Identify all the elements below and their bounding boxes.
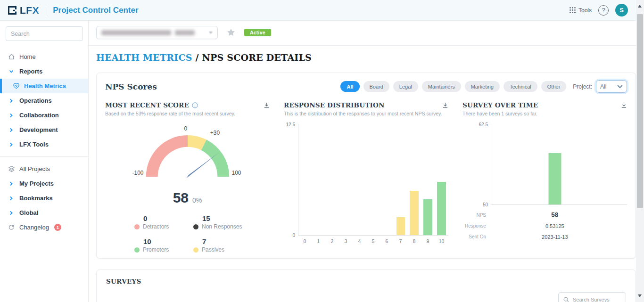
avatar[interactable]: S [615,4,628,16]
legend-item-promoters: 10Promoters [134,237,193,253]
download-icon [442,102,448,108]
help-button[interactable]: ? [598,5,609,16]
filter-pill-legal[interactable]: Legal [393,81,418,92]
sidebar-item-global[interactable]: Global [0,205,88,220]
info-icon[interactable] [192,102,198,108]
chevron-right-icon [8,113,15,118]
sidebar-item-my-projects[interactable]: My Projects [0,176,88,191]
lfx-logo[interactable]: LFX [8,5,39,16]
vertical-scrollbar[interactable] [636,0,644,302]
breadcrumb-separator: / [192,52,202,63]
survey-over-time-title: SURVEY OVER TIME [462,101,538,109]
bar-slot [353,124,367,235]
app-header: LFX Project Control Center Tools ? S [0,0,644,21]
home-icon [8,53,15,60]
table-row-sent-on: Sent On2023-11-13 [462,231,627,242]
sidebar-item-label: Health Metrics [24,82,66,90]
layers-icon [8,165,15,172]
nps-gauge: -100 0 +30 100 [129,124,247,188]
star-icon[interactable] [226,28,236,37]
x-tick: 4 [353,238,366,244]
filter-pill-technical[interactable]: Technical [504,81,537,92]
scrollbar-thumb[interactable] [637,14,643,208]
sidebar-nav: HomeReportsHealth MetricsOperationsColla… [0,49,88,235]
gauge-needle [186,152,219,178]
sidebar-item-bookmarks[interactable]: Bookmarks [0,191,88,205]
x-tick: 10 [435,238,448,244]
tools-label: Tools [578,7,592,14]
most-recent-score-panel: MOST RECENT SCORE Based on the 53% [105,101,270,253]
surveys-card: SURVEYS [96,269,636,302]
response-distribution-subtitle: This is the distribution of the response… [284,111,448,116]
app-title: Project Control Center [53,6,138,15]
status-badge: Active [244,29,271,36]
filter-pill-marketing[interactable]: Marketing [465,81,500,92]
nps-scores-card: NPS Scores AllBoardLegalMaintainersMarke… [96,73,636,259]
x-axis-labels: 012345678910 [298,238,448,244]
breadcrumb-health-metrics[interactable]: HEALTH METRICS [96,52,192,63]
bar-survey [549,153,561,204]
row-value: 0.53125 [545,222,564,230]
sidebar-item-development[interactable]: Development [0,122,88,137]
download-button[interactable] [442,102,448,108]
sidebar-divider [0,156,88,157]
x-tick: 1 [312,238,325,244]
y-tick-max: 12.5 [286,122,295,127]
sidebar-item-operations[interactable]: Operations [0,93,88,108]
filter-pill-other[interactable]: Other [541,81,567,92]
chevron-down-icon [209,32,213,34]
project-filter-label: Project: [573,83,592,90]
bar-slot [367,124,380,235]
sidebar-item-home[interactable]: Home [0,49,88,64]
most-recent-score-subtitle: Based on the 53% response rate of the mo… [105,111,270,116]
sidebar-search-input[interactable] [6,26,83,41]
sidebar-item-label: My Projects [19,180,54,187]
sidebar-item-changelog[interactable]: Changelog1 [0,220,88,235]
lfx-logo-text: LFX [20,5,39,16]
gauge-tick-30: +30 [210,130,220,136]
chevron-right-icon [8,196,15,201]
project-selector[interactable] [96,26,218,39]
refresh-icon [8,224,15,231]
header-divider [46,5,46,16]
sidebar-item-collaboration[interactable]: Collaboration [0,108,88,122]
survey-over-time-panel: SURVEY OVER TIME There have been 1 surve… [462,101,627,253]
surveys-search-input[interactable] [573,297,620,302]
legend-dot [193,247,198,253]
row-label: Sent On [462,234,491,239]
legend-value: 10 [143,237,193,245]
filter-pill-maintainers[interactable]: Maintainers [422,81,461,92]
legend-dot [134,224,140,229]
tools-button[interactable]: Tools [569,7,592,14]
table-row-nps: NPS58 [462,210,627,220]
scroll-down-arrow[interactable] [638,294,642,297]
sidebar-item-label: All Projects [19,165,50,172]
project-filter-dropdown[interactable]: All [596,80,627,93]
legend-label: Non Responses [202,223,242,230]
chevron-right-icon [8,98,15,103]
sidebar-item-all-projects[interactable]: All Projects [0,162,88,176]
row-value: 58 [551,211,558,219]
sidebar-item-reports[interactable]: Reports [0,64,88,79]
search-icon [563,296,570,302]
divider [89,45,644,46]
sidebar-item-health-metrics[interactable]: Health Metrics [0,79,88,93]
distribution-chart: 12.5 0 [284,124,448,236]
legend-item-non-responses: 15Non Responses [193,214,264,230]
legend-item-detractors: 0Detractors [134,214,193,230]
legend-value: 15 [202,214,264,222]
bar-slot [394,124,407,235]
project-bar: Active [89,21,644,39]
legend-value: 0 [143,214,193,222]
filter-pill-all[interactable]: All [340,81,359,92]
legend-label: Passives [202,246,224,253]
scroll-up-arrow[interactable] [638,5,642,8]
download-button[interactable] [621,102,627,108]
x-tick: 0 [298,238,312,244]
filter-pill-board[interactable]: Board [363,81,389,92]
x-tick: 3 [339,238,353,244]
chevron-down-icon [617,85,623,89]
sidebar-item-lfx-tools[interactable]: LFX Tools [0,137,88,152]
download-icon [621,102,627,108]
download-button[interactable] [264,102,270,108]
